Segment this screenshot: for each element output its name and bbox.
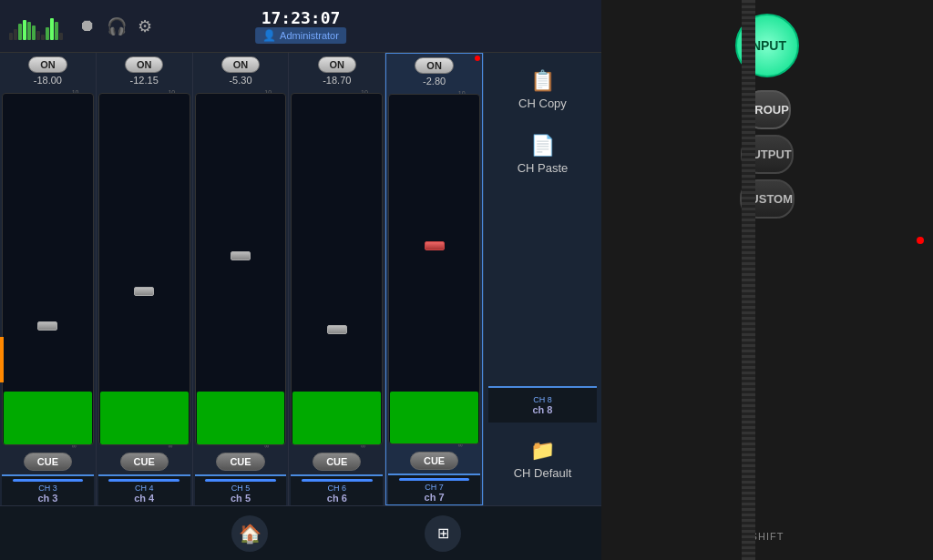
channel-strip-ch6[interactable]: ON -18.70 100-10-20-40-60∞ CUE CH 6 ch 6 — [289, 53, 385, 505]
fader-section-ch6: 100-10-20-40-60∞ — [291, 89, 383, 449]
level-bar-2 — [14, 29, 17, 40]
on-button-ch7[interactable]: ON — [415, 57, 454, 74]
level-bar-8 — [41, 35, 45, 40]
grid-button[interactable]: ⊞ — [425, 515, 461, 552]
level-indicator-ch6 — [292, 392, 381, 444]
channel-strip-ch3[interactable]: ON -18.00 10 0 -10 -20 -40 -60 ∞ CUE — [0, 53, 97, 505]
ch-number-ch4: CH 4 — [135, 484, 154, 493]
fader-handle-ch4[interactable] — [134, 287, 154, 296]
fader-section-ch4: 100-10-20-40-60∞ — [98, 89, 190, 449]
channel-strip-ch4[interactable]: ON -12.15 100-10-20-40-60∞ CUE CH 4 ch 4 — [97, 53, 193, 505]
fader-section-ch3: 10 0 -10 -20 -40 -60 ∞ — [2, 89, 94, 449]
ch-color-bar-ch4 — [108, 479, 179, 482]
on-button-ch4[interactable]: ON — [125, 56, 164, 73]
left-accent — [0, 337, 4, 382]
db-value-ch7: -2.80 — [423, 76, 446, 87]
fader-handle-ch7[interactable] — [425, 241, 445, 250]
fader-track-ch5[interactable] — [195, 93, 287, 445]
db-value-ch3: -18.00 — [34, 75, 62, 86]
channel-strip-ch7[interactable]: ON -2.80 100-10-20-40-60∞ CUE CH 7 ch 7 — [385, 53, 483, 505]
ch-number-ch6: CH 6 — [328, 484, 347, 493]
level-bar-5 — [27, 22, 31, 40]
level-bar-9 — [46, 27, 49, 40]
ch-color-bar-ch7 — [399, 478, 469, 481]
time-display: 17:23:07 — [255, 8, 346, 27]
ch-color-bar-ch5 — [205, 479, 275, 482]
cue-button-ch4[interactable]: CUE — [120, 453, 169, 471]
level-bar-12 — [59, 33, 63, 40]
ch-copy-item[interactable]: 📋 CH Copy — [488, 62, 597, 117]
level-bar-4 — [23, 20, 26, 40]
ch-number-ch3: CH 3 — [38, 484, 57, 493]
level-meters — [9, 13, 63, 40]
bottom-bar: 🏠 ⊞ — [0, 505, 601, 560]
hw-right-section: INPUT GROUP OUTPUT CUSTOM TOUCH AND TURN… — [601, 0, 933, 560]
level-bar-10 — [50, 18, 54, 40]
top-bar: ⏺ 🎧 ⚙ 17:23:07 👤 Administrator — [0, 0, 601, 53]
ch-copy-label: CH Copy — [518, 97, 567, 110]
ch-paste-label: CH Paste — [518, 161, 569, 175]
cue-button-ch3[interactable]: CUE — [24, 453, 72, 471]
on-button-ch6[interactable]: ON — [318, 56, 357, 73]
fader-section-ch7: 100-10-20-40-60∞ — [388, 90, 480, 448]
level-indicator-ch4 — [100, 392, 189, 444]
ch-color-bar-ch6 — [302, 479, 372, 482]
ch-copy-icon: 📋 — [530, 69, 555, 93]
grid-icon: ⊞ — [437, 524, 449, 542]
level-bar-7 — [36, 31, 40, 40]
channel-label-ch4: CH 4 ch 4 — [98, 474, 190, 505]
user-badge[interactable]: 👤 Administrator — [255, 27, 346, 44]
level-bar-6 — [32, 25, 36, 40]
level-indicator-ch3 — [4, 392, 92, 444]
ch-name-ch6: ch 6 — [327, 493, 347, 504]
ch-name-ch3: ch 3 — [37, 493, 57, 504]
cue-button-ch7[interactable]: CUE — [410, 452, 458, 470]
ch-name-ch7: ch 7 — [425, 492, 445, 503]
db-value-ch5: -5.30 — [229, 75, 251, 86]
level-bar-3 — [18, 24, 22, 40]
cue-button-ch6[interactable]: CUE — [313, 453, 361, 471]
ch-name-ch4: ch 4 — [134, 493, 154, 504]
channels-area: ON -18.00 10 0 -10 -20 -40 -60 ∞ CUE — [0, 53, 601, 505]
shift-label: SHIFT — [751, 531, 784, 542]
channel-label-ch3: CH 3 ch 3 — [2, 474, 94, 505]
fader-handle-ch5[interactable] — [231, 251, 251, 260]
ch-default-item[interactable]: 📁 CH Default — [488, 432, 597, 487]
settings-icon[interactable]: ⚙ — [138, 16, 152, 36]
tape-icon[interactable]: ⏺ — [79, 16, 96, 36]
user-name: Administrator — [280, 30, 339, 41]
red-indicator-ch7 — [475, 56, 480, 61]
channel-strip-ch5[interactable]: ON -5.30 100-10-20-40-60∞ CUE CH 5 ch 5 — [193, 53, 290, 505]
context-menu: 📋 CH Copy 📄 CH Paste CH 8 ch 8 📁 CH Defa… — [483, 53, 601, 505]
headphone-icon[interactable]: 🎧 — [107, 16, 127, 36]
hw-stripe-panel — [742, 0, 755, 560]
cue-button-ch5[interactable]: CUE — [216, 453, 264, 471]
level-bar-1 — [9, 33, 13, 40]
ch8-number: CH 8 — [492, 395, 593, 404]
channel-label-ch5: CH 5 ch 5 — [195, 474, 287, 505]
ch-color-bar-ch3 — [13, 479, 83, 482]
ch-default-label: CH Default — [514, 466, 572, 480]
fader-track-ch6[interactable] — [291, 93, 383, 445]
fader-handle-ch3[interactable] — [37, 321, 57, 331]
fader-track-ch7[interactable] — [388, 94, 480, 444]
ch-paste-icon: 📄 — [530, 134, 555, 158]
ch-paste-item[interactable]: 📄 CH Paste — [488, 127, 597, 182]
on-button-ch3[interactable]: ON — [28, 56, 67, 73]
channel-label-ch7: CH 7 ch 7 — [388, 473, 480, 504]
top-bar-left: ⏺ 🎧 ⚙ — [9, 13, 152, 40]
home-button[interactable]: 🏠 — [231, 515, 268, 552]
level-indicator-ch7 — [390, 392, 478, 443]
ch8-name: ch 8 — [492, 404, 593, 415]
fader-track-ch4[interactable] — [98, 93, 190, 445]
ch8-panel: CH 8 ch 8 — [488, 386, 597, 423]
fader-track-ch3[interactable] — [2, 93, 94, 445]
on-button-ch5[interactable]: ON — [221, 56, 261, 73]
level-indicator-ch5 — [197, 392, 285, 444]
top-center: 17:23:07 👤 Administrator — [255, 8, 346, 44]
ch-number-ch5: CH 5 — [231, 484, 251, 493]
red-indicator-light — [917, 237, 924, 244]
fader-handle-ch6[interactable] — [327, 325, 347, 334]
ch-default-icon: 📁 — [530, 439, 555, 463]
db-value-ch4: -12.15 — [130, 75, 159, 86]
